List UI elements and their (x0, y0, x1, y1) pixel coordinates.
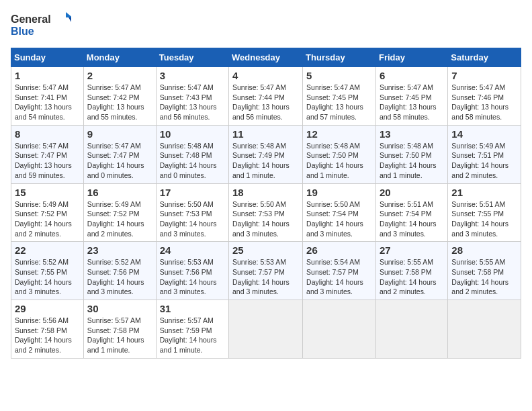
day-info: Sunrise: 5:49 AMSunset: 7:51 PMDaylight:… (451, 141, 517, 181)
day-number: 30 (87, 303, 152, 314)
day-info: Sunrise: 5:48 AMSunset: 7:50 PMDaylight:… (380, 141, 444, 181)
day-number: 13 (380, 128, 444, 140)
day-info: Sunrise: 5:47 AMSunset: 7:47 PMDaylight:… (15, 141, 80, 181)
day-info: Sunrise: 5:55 AMSunset: 7:58 PMDaylight:… (380, 257, 444, 297)
day-info: Sunrise: 5:53 AMSunset: 7:56 PMDaylight:… (160, 257, 225, 297)
calendar-cell: 27Sunrise: 5:55 AMSunset: 7:58 PMDayligh… (375, 242, 447, 300)
day-info: Sunrise: 5:57 AMSunset: 7:59 PMDaylight:… (160, 316, 225, 355)
day-number: 23 (87, 244, 152, 256)
day-number: 28 (451, 244, 517, 256)
day-info: Sunrise: 5:47 AMSunset: 7:45 PMDaylight:… (380, 83, 444, 122)
day-info: Sunrise: 5:51 AMSunset: 7:54 PMDaylight:… (380, 199, 444, 239)
day-number: 16 (87, 187, 152, 198)
day-info: Sunrise: 5:48 AMSunset: 7:48 PMDaylight:… (160, 141, 225, 181)
day-header-monday: Monday (83, 48, 156, 67)
calendar-cell (229, 300, 303, 359)
calendar-cell: 10Sunrise: 5:48 AMSunset: 7:48 PMDayligh… (156, 125, 228, 183)
day-number: 19 (306, 187, 372, 198)
logo-svg: General Blue (11, 11, 71, 41)
calendar-header-row: SundayMondayTuesdayWednesdayThursdayFrid… (11, 48, 521, 67)
calendar-cell: 22Sunrise: 5:52 AMSunset: 7:55 PMDayligh… (11, 242, 84, 300)
day-number: 29 (15, 303, 80, 314)
day-number: 20 (380, 187, 444, 198)
day-header-thursday: Thursday (303, 48, 376, 67)
day-info: Sunrise: 5:50 AMSunset: 7:53 PMDaylight:… (232, 199, 299, 239)
calendar-cell: 15Sunrise: 5:49 AMSunset: 7:52 PMDayligh… (11, 183, 84, 242)
day-header-tuesday: Tuesday (156, 48, 228, 67)
day-number: 2 (87, 70, 152, 81)
calendar-cell: 4Sunrise: 5:47 AMSunset: 7:44 PMDaylight… (229, 67, 303, 126)
calendar-cell: 3Sunrise: 5:47 AMSunset: 7:43 PMDaylight… (156, 67, 228, 126)
calendar-week-row: 1Sunrise: 5:47 AMSunset: 7:41 PMDaylight… (11, 67, 521, 126)
calendar-cell: 18Sunrise: 5:50 AMSunset: 7:53 PMDayligh… (229, 183, 303, 242)
calendar-cell: 17Sunrise: 5:50 AMSunset: 7:53 PMDayligh… (156, 183, 228, 242)
day-info: Sunrise: 5:57 AMSunset: 7:58 PMDaylight:… (87, 316, 152, 355)
day-number: 22 (15, 244, 80, 256)
calendar-cell: 11Sunrise: 5:48 AMSunset: 7:49 PMDayligh… (229, 125, 303, 183)
calendar-cell: 25Sunrise: 5:53 AMSunset: 7:57 PMDayligh… (229, 242, 303, 300)
day-number: 5 (306, 70, 372, 81)
calendar-cell: 21Sunrise: 5:51 AMSunset: 7:55 PMDayligh… (448, 183, 521, 242)
day-info: Sunrise: 5:48 AMSunset: 7:50 PMDaylight:… (306, 141, 372, 181)
svg-marker-2 (66, 12, 71, 17)
logo: General Blue (11, 11, 71, 41)
day-number: 14 (451, 128, 517, 140)
day-info: Sunrise: 5:50 AMSunset: 7:53 PMDaylight:… (160, 199, 225, 239)
calendar-cell: 13Sunrise: 5:48 AMSunset: 7:50 PMDayligh… (375, 125, 447, 183)
calendar-cell: 19Sunrise: 5:50 AMSunset: 7:54 PMDayligh… (303, 183, 376, 242)
day-header-sunday: Sunday (11, 48, 84, 67)
day-info: Sunrise: 5:47 AMSunset: 7:46 PMDaylight:… (451, 83, 517, 122)
day-number: 15 (15, 187, 80, 198)
calendar-cell: 14Sunrise: 5:49 AMSunset: 7:51 PMDayligh… (448, 125, 521, 183)
calendar-cell: 7Sunrise: 5:47 AMSunset: 7:46 PMDaylight… (448, 67, 521, 126)
day-info: Sunrise: 5:48 AMSunset: 7:49 PMDaylight:… (232, 141, 299, 181)
day-info: Sunrise: 5:49 AMSunset: 7:52 PMDaylight:… (87, 199, 152, 239)
calendar-cell: 16Sunrise: 5:49 AMSunset: 7:52 PMDayligh… (83, 183, 156, 242)
calendar-week-row: 29Sunrise: 5:56 AMSunset: 7:58 PMDayligh… (11, 300, 521, 359)
calendar-cell: 23Sunrise: 5:52 AMSunset: 7:56 PMDayligh… (83, 242, 156, 300)
day-info: Sunrise: 5:47 AMSunset: 7:41 PMDaylight:… (15, 83, 80, 122)
day-info: Sunrise: 5:47 AMSunset: 7:45 PMDaylight:… (306, 83, 372, 122)
day-number: 25 (232, 244, 299, 256)
calendar-cell: 30Sunrise: 5:57 AMSunset: 7:58 PMDayligh… (83, 300, 156, 359)
day-header-wednesday: Wednesday (229, 48, 303, 67)
calendar-cell: 28Sunrise: 5:55 AMSunset: 7:58 PMDayligh… (448, 242, 521, 300)
day-info: Sunrise: 5:53 AMSunset: 7:57 PMDaylight:… (232, 257, 299, 297)
svg-text:General: General (11, 13, 51, 25)
day-info: Sunrise: 5:49 AMSunset: 7:52 PMDaylight:… (15, 199, 80, 239)
calendar-cell (375, 300, 447, 359)
day-info: Sunrise: 5:50 AMSunset: 7:54 PMDaylight:… (306, 199, 372, 239)
day-info: Sunrise: 5:52 AMSunset: 7:56 PMDaylight:… (87, 257, 152, 297)
calendar-cell: 1Sunrise: 5:47 AMSunset: 7:41 PMDaylight… (11, 67, 84, 126)
day-header-saturday: Saturday (448, 48, 521, 67)
svg-marker-3 (69, 17, 71, 24)
day-info: Sunrise: 5:47 AMSunset: 7:43 PMDaylight:… (160, 83, 225, 122)
calendar-cell: 12Sunrise: 5:48 AMSunset: 7:50 PMDayligh… (303, 125, 376, 183)
header: General Blue (11, 11, 521, 41)
calendar-cell: 6Sunrise: 5:47 AMSunset: 7:45 PMDaylight… (375, 67, 447, 126)
day-header-friday: Friday (375, 48, 447, 67)
calendar-cell (448, 300, 521, 359)
calendar-cell: 26Sunrise: 5:54 AMSunset: 7:57 PMDayligh… (303, 242, 376, 300)
day-number: 24 (160, 244, 225, 256)
day-info: Sunrise: 5:47 AMSunset: 7:44 PMDaylight:… (232, 83, 299, 122)
calendar-cell: 20Sunrise: 5:51 AMSunset: 7:54 PMDayligh… (375, 183, 447, 242)
day-number: 17 (160, 187, 225, 198)
day-info: Sunrise: 5:52 AMSunset: 7:55 PMDaylight:… (15, 257, 80, 297)
day-number: 4 (232, 70, 299, 81)
calendar-cell: 8Sunrise: 5:47 AMSunset: 7:47 PMDaylight… (11, 125, 84, 183)
day-number: 6 (380, 70, 444, 81)
calendar-cell: 2Sunrise: 5:47 AMSunset: 7:42 PMDaylight… (83, 67, 156, 126)
day-number: 9 (87, 128, 152, 140)
calendar-cell: 29Sunrise: 5:56 AMSunset: 7:58 PMDayligh… (11, 300, 84, 359)
day-number: 10 (160, 128, 225, 140)
calendar-cell: 9Sunrise: 5:47 AMSunset: 7:47 PMDaylight… (83, 125, 156, 183)
day-info: Sunrise: 5:55 AMSunset: 7:58 PMDaylight:… (451, 257, 517, 297)
day-number: 26 (306, 244, 372, 256)
calendar-week-row: 8Sunrise: 5:47 AMSunset: 7:47 PMDaylight… (11, 125, 521, 183)
svg-text:Blue: Blue (11, 26, 34, 37)
day-number: 1 (15, 70, 80, 81)
day-info: Sunrise: 5:54 AMSunset: 7:57 PMDaylight:… (306, 257, 372, 297)
calendar-week-row: 15Sunrise: 5:49 AMSunset: 7:52 PMDayligh… (11, 183, 521, 242)
day-number: 31 (160, 303, 225, 314)
